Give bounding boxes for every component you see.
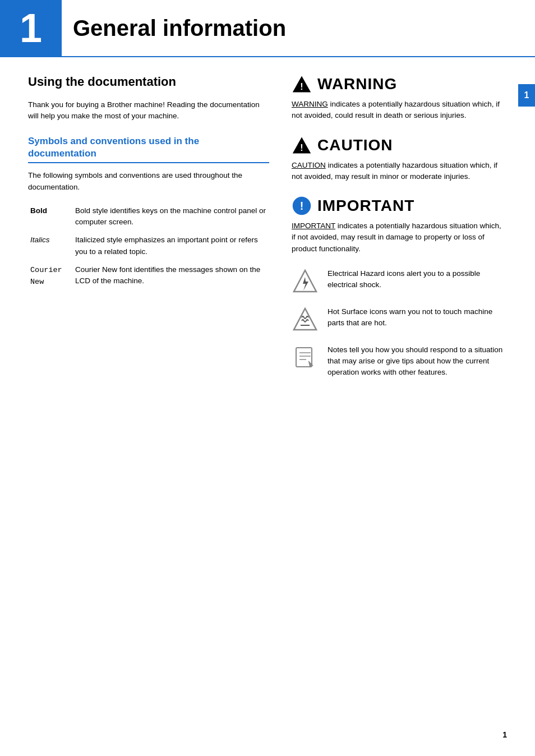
warning-triangle-icon: ! [292,74,312,94]
electrical-hazard-icon [292,268,319,295]
chapter-number: 1 [0,0,62,56]
important-circle-icon: ! [292,196,312,216]
electrical-hazard-row: Electrical Hazard icons alert you to a p… [292,268,505,295]
important-header: ! IMPORTANT [292,196,505,216]
hot-surface-row: Hot Surface icons warn you not to touch … [292,306,505,333]
warning-body: WARNING indicates a potentially hazardou… [292,99,505,122]
section1-intro: Thank you for buying a Brother machine! … [28,99,269,122]
caution-triangle-icon: ! [292,135,312,155]
svg-text:!: ! [300,81,303,91]
page-number: 1 [502,730,507,739]
left-column: Using the documentation Thank you for bu… [28,74,269,390]
note-desc: Notes tell you how you should respond to… [328,344,505,379]
conv-desc-italic: Italicized style emphasizes an important… [73,231,269,261]
conv-label-bold: Bold [28,202,73,232]
table-row: Bold Bold style identifies keys on the m… [28,202,269,232]
main-content: Using the documentation Thank you for bu… [0,74,535,390]
warning-keyword: WARNING [292,100,328,108]
section1-heading: Using the documentation [28,74,269,90]
important-section: ! IMPORTANT IMPORTANT indicates a potent… [292,196,505,255]
important-title: IMPORTANT [317,197,414,215]
note-row: Notes tell you how you should respond to… [292,344,505,379]
hot-surface-icon [292,306,319,333]
section2-intro: The following symbols and conventions ar… [28,170,269,193]
conv-desc-bold: Bold style identifies keys on the machin… [73,202,269,232]
convention-table: Bold Bold style identifies keys on the m… [28,202,269,292]
important-keyword: IMPORTANT [292,222,335,230]
section-using-documentation: Using the documentation Thank you for bu… [28,74,269,122]
warning-title: WARNING [317,75,397,93]
warning-header: ! WARNING [292,74,505,94]
conv-label-courier: CourierNew [28,261,73,292]
svg-text:!: ! [300,142,303,152]
important-body: IMPORTANT indicates a potentially hazard… [292,220,505,255]
caution-header: ! CAUTION [292,135,505,155]
conv-label-italic: Italics [28,231,73,261]
note-icon [292,344,319,371]
caution-keyword: CAUTION [292,161,326,169]
table-row: CourierNew Courier New font identifies t… [28,261,269,292]
svg-text:!: ! [300,200,304,212]
hot-surface-desc: Hot Surface icons warn you not to touch … [328,306,505,329]
caution-body: CAUTION indicates a potentially hazardou… [292,160,505,183]
electrical-hazard-desc: Electrical Hazard icons alert you to a p… [328,268,505,291]
table-row: Italics Italicized style emphasizes an i… [28,231,269,261]
section2-heading: Symbols and conventions used in the docu… [28,135,269,163]
warning-section: ! WARNING WARNING indicates a potentiall… [292,74,505,122]
caution-title: CAUTION [317,136,393,154]
chapter-header: 1 General information [0,0,535,57]
side-tab: 1 [518,84,535,107]
svg-marker-7 [294,308,316,330]
conv-desc-courier: Courier New font identifies the messages… [73,261,269,292]
chapter-title: General information [73,16,286,41]
section-symbols: Symbols and conventions used in the docu… [28,135,269,291]
caution-section: ! CAUTION CAUTION indicates a potentiall… [292,135,505,183]
right-column: ! WARNING WARNING indicates a potentiall… [292,74,505,390]
